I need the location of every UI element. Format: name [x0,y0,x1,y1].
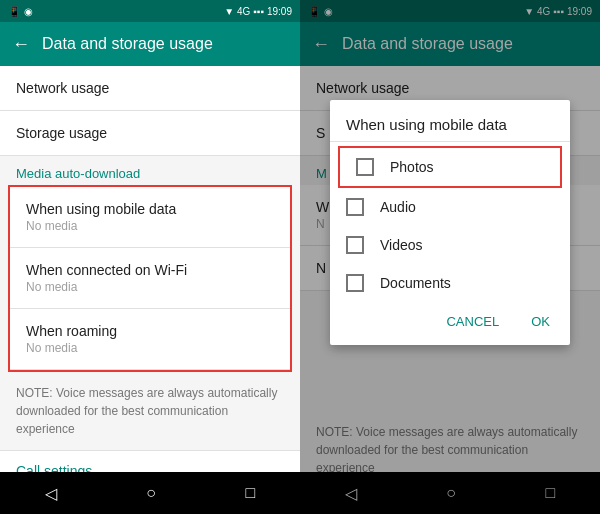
left-recent-nav[interactable]: □ [246,484,256,502]
left-status-bar: 📱 ◉ ▼ 4G ▪▪▪ 19:09 [0,0,300,22]
left-media-download-group: When using mobile data No media When con… [8,185,292,372]
left-storage-usage-item[interactable]: Storage usage [0,111,300,156]
dialog-title: When using mobile data [330,100,570,141]
network-icon: ▼ 4G [224,6,250,17]
audio-option[interactable]: Audio [330,188,570,226]
photos-label: Photos [390,159,434,175]
audio-label: Audio [380,199,416,215]
left-storage-usage-label: Storage usage [16,125,284,141]
left-content: Network usage Storage usage Media auto-d… [0,66,300,472]
left-mobile-data-item[interactable]: When using mobile data No media [10,187,290,248]
left-nav-bar: ◁ ○ □ [0,472,300,514]
documents-option[interactable]: Documents [330,264,570,302]
audio-checkbox[interactable] [346,198,364,216]
left-network-usage-label: Network usage [16,80,284,96]
documents-checkbox[interactable] [346,274,364,292]
videos-label: Videos [380,237,423,253]
left-wifi-subtitle: No media [26,280,274,294]
whatsapp-icon: 📱 [8,6,20,17]
left-wifi-item[interactable]: When connected on Wi-Fi No media [10,248,290,309]
battery-icon: ▪▪▪ [253,6,264,17]
left-app-bar: ← Data and storage usage [0,22,300,66]
left-mobile-data-label: When using mobile data [26,201,274,217]
right-phone-panel: 📱 ◉ ▼ 4G ▪▪▪ 19:09 ← Data and storage us… [300,0,600,514]
left-roaming-item[interactable]: When roaming No media [10,309,290,370]
left-back-button[interactable]: ← [12,34,30,55]
left-wifi-label: When connected on Wi-Fi [26,262,274,278]
left-roaming-label: When roaming [26,323,274,339]
left-call-settings[interactable]: Call settings [0,450,300,472]
photos-option-highlighted: Photos [338,146,562,188]
left-back-nav[interactable]: ◁ [45,484,57,503]
photos-option[interactable]: Photos [340,148,560,186]
dialog-actions: CANCEL OK [330,302,570,345]
left-roaming-subtitle: No media [26,341,274,355]
left-mobile-data-subtitle: No media [26,219,274,233]
photos-checkbox[interactable] [356,158,374,176]
signal-icon: ◉ [24,6,33,17]
documents-label: Documents [380,275,451,291]
videos-option[interactable]: Videos [330,226,570,264]
left-media-section-header: Media auto-download [0,156,300,185]
left-note: NOTE: Voice messages are always automati… [0,372,300,450]
dialog-overlay: When using mobile data Photos Audio Vide… [300,0,600,514]
left-network-usage-item[interactable]: Network usage [0,66,300,111]
left-page-title: Data and storage usage [42,35,213,53]
left-time: 19:09 [267,6,292,17]
media-download-dialog: When using mobile data Photos Audio Vide… [330,100,570,345]
cancel-button[interactable]: CANCEL [438,310,507,333]
videos-checkbox[interactable] [346,236,364,254]
left-status-icons: 📱 ◉ [8,6,33,17]
left-phone-panel: 📱 ◉ ▼ 4G ▪▪▪ 19:09 ← Data and storage us… [0,0,300,514]
left-home-nav[interactable]: ○ [146,484,156,502]
ok-button[interactable]: OK [523,310,558,333]
left-status-right: ▼ 4G ▪▪▪ 19:09 [224,6,292,17]
dialog-divider-top [330,141,570,142]
